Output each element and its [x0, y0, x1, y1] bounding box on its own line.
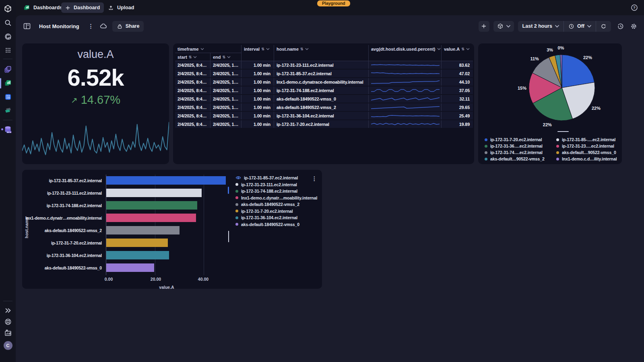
add-tile-button[interactable] — [479, 21, 489, 32]
legend-item[interactable]: ip-172-31-23-111.ec2.internal — [235, 182, 297, 187]
legend-scrollbar-thumb[interactable] — [228, 187, 229, 194]
cell-start: 2/4/2025, 8:4… — [175, 103, 211, 111]
beta-label: BETA — [7, 131, 11, 133]
help-icon[interactable]: ? — [630, 4, 638, 12]
bar[interactable] — [106, 251, 169, 259]
whats-new-chart-icon[interactable] — [0, 328, 16, 338]
row-sparkline — [371, 62, 440, 68]
timeframe-selector[interactable]: Last 2 hours — [518, 21, 564, 32]
column-header-start[interactable]: start ⇅ — [175, 53, 211, 61]
legend-item[interactable]: aks-default-18490522-vmss_2 — [235, 202, 299, 207]
search-icon[interactable] — [0, 18, 16, 28]
legend-item[interactable]: ip-172-31-36-104.ec2.internal — [235, 215, 297, 220]
dashboard-board-icon[interactable] — [23, 22, 31, 30]
legend-item[interactable]: ip-172-31-23….ec2.internal — [556, 144, 614, 148]
bar[interactable] — [106, 176, 226, 185]
legend-item[interactable]: aks-default…90522-vmss_2 — [485, 156, 545, 161]
row-sparkline — [371, 121, 440, 128]
sort-icon: ⇅ — [261, 47, 264, 51]
svg-text:11%: 11% — [530, 56, 539, 61]
tab-dashboard-active[interactable]: Dashboard — [61, 2, 104, 13]
column-header-interval[interactable]: interval ⇅ — [242, 45, 274, 53]
history-icon[interactable] — [617, 23, 624, 30]
bar[interactable] — [106, 214, 196, 222]
sort-icon: ⇅ — [223, 55, 226, 59]
auto-refresh-selector[interactable]: Off — [564, 21, 596, 32]
chevron-down-icon — [305, 48, 309, 50]
legend-dot — [485, 138, 487, 141]
column-header-host[interactable]: host.name ⇅ — [274, 45, 369, 53]
legend-item[interactable]: ip-172-31-7-20.ec2.internal — [235, 209, 293, 214]
column-header-value[interactable]: value.A ⇅ — [442, 45, 473, 53]
legend-item[interactable]: lnx1-demo.c.d…ility.internal — [556, 156, 617, 161]
row-sparkline — [371, 79, 440, 85]
legend-scrollbar[interactable] — [228, 231, 229, 242]
svg-text:3%: 3% — [547, 47, 553, 52]
tab-dashboards[interactable]: Dashboards — [19, 2, 66, 13]
pie-chart[interactable]: 22%22%22%15%11%3%0% — [478, 43, 622, 130]
share-button[interactable]: Share — [112, 21, 144, 32]
x-tick-label: 40.00 — [198, 277, 208, 282]
bar[interactable] — [106, 239, 168, 247]
legend-label: ip-172-31-36-104.ec2.internal — [241, 215, 297, 220]
refresh-icon — [601, 23, 607, 29]
legend-item[interactable]: lnx1-demo.c.dynatr…moability.internal — [235, 195, 317, 200]
playground-badge: Playground — [317, 0, 350, 6]
legend-item[interactable]: ip-172-31-7-20.ec2.internal — [485, 137, 542, 142]
bar-x-axis-label: value.A — [106, 285, 227, 290]
refresh-button[interactable] — [596, 21, 611, 32]
legend-dot — [485, 158, 487, 160]
bar-tile-menu-kebab[interactable]: ⋮ — [310, 175, 319, 182]
tab-upload[interactable]: Upload — [104, 2, 138, 13]
clouds-app-icon[interactable] — [0, 64, 16, 74]
copilot-icon[interactable] — [0, 32, 16, 41]
help-lifebuoy-icon[interactable] — [0, 317, 16, 327]
bar[interactable] — [106, 201, 197, 210]
sidebar-item-dashboards[interactable] — [0, 78, 16, 88]
column-header-avg-disk[interactable]: avg(dt.host.disk.used.percent) — [369, 45, 442, 53]
x-tick-label: 0.00 — [105, 277, 113, 282]
user-avatar[interactable]: C — [0, 341, 16, 350]
dynatrace-logo-icon[interactable] — [0, 4, 16, 13]
chevron-down-icon — [266, 48, 270, 50]
legend-item[interactable]: ip-172-31-74….ec2.internal — [485, 150, 543, 155]
settings-gear-icon[interactable] — [630, 23, 638, 30]
cell-interval: 1.00 min — [242, 120, 274, 128]
bar-plot-area — [106, 175, 227, 275]
legend-dot — [235, 190, 238, 193]
expand-sidebar-icon[interactable] — [0, 306, 16, 315]
legend-item[interactable]: ip-172-31-74-188.ec2.internal — [235, 189, 297, 193]
bar[interactable] — [106, 263, 154, 272]
chevron-down-icon — [227, 56, 231, 58]
cell-value: 44.10 — [442, 78, 473, 86]
column-header-timeframe[interactable]: timeframe — [175, 45, 242, 53]
chevron-down-icon — [193, 56, 197, 58]
kpi-tile: value.A 6.52k ↗ 14.67% — [22, 43, 169, 164]
legend-item[interactable]: aks-default…90522-vmss_0 — [556, 150, 616, 155]
legend-item[interactable]: aks-default-18490522-vmss_0 — [235, 222, 299, 227]
table-row: 2/4/2025, 8:4… 2/4/2025, 1… 1.00 min ip-… — [175, 61, 473, 69]
legend-item[interactable]: ip-172-31-85-….ec2.internal — [556, 137, 615, 142]
cell-start: 2/4/2025, 8:4… — [175, 70, 211, 77]
bar[interactable] — [106, 189, 202, 197]
legend-label: ip-172-31-23….ec2.internal — [562, 144, 614, 148]
app-grid-icon[interactable] — [0, 45, 16, 55]
kubernetes-app-icon[interactable] — [0, 106, 16, 115]
kpi-sparkline[interactable] — [22, 120, 169, 163]
variables-cube-dropdown[interactable] — [493, 21, 514, 32]
cell-interval: 1.00 min — [242, 95, 274, 103]
cell-start: 2/4/2025, 8:4… — [175, 112, 211, 119]
bar-category-label: aks-default-18490522-vmss_2 — [25, 226, 102, 235]
legend-item[interactable]: ip-172-31-36….ec2.internal — [485, 144, 543, 148]
pie-tile: 22%22%22%15%11%3%0% ip-172-31-7-20.ec2.i… — [478, 43, 622, 164]
table-row: 2/4/2025, 8:4… 2/4/2025, 1… 1.00 min aks… — [175, 95, 473, 103]
cell-value: 37.05 — [442, 86, 473, 94]
legend-item[interactable]: ip-172-31-85-37.ec2.internal — [235, 175, 298, 180]
avatar-initial: C — [6, 343, 10, 348]
storage-beta-app-icon[interactable]: BETA — [0, 125, 16, 134]
automations-app-icon[interactable] — [0, 92, 16, 102]
bar[interactable] — [106, 226, 180, 234]
legend-label: ip-172-31-85-….ec2.internal — [562, 137, 615, 142]
dashboard-menu-kebab[interactable]: ⋮ — [87, 23, 95, 29]
column-header-end[interactable]: end ⇅ — [211, 53, 242, 61]
